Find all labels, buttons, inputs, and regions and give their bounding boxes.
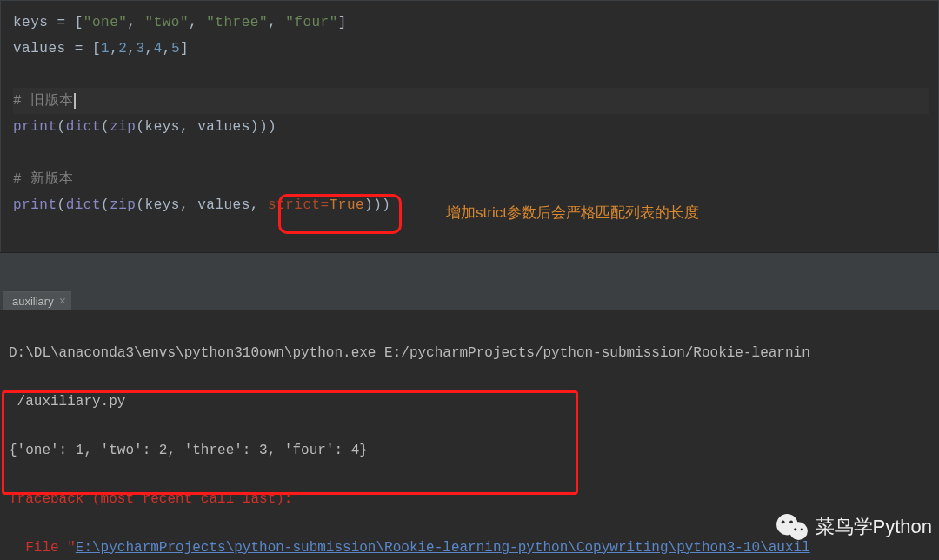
- code-line[interactable]: # 新版本: [13, 166, 929, 192]
- watermark: 菜鸟学Python: [776, 513, 933, 541]
- console-line: /auxiliary.py: [9, 390, 930, 414]
- wechat-icon: [776, 513, 809, 541]
- svg-point-1: [789, 522, 808, 540]
- watermark-text: 菜鸟学Python: [816, 514, 933, 540]
- console-tab-bar: auxiliary ×: [0, 289, 939, 310]
- close-icon[interactable]: ×: [59, 294, 66, 308]
- pane-divider[interactable]: [0, 252, 939, 289]
- console-line: D:\DL\anaconda3\envs\python310own\python…: [9, 341, 930, 365]
- code-line-empty[interactable]: [13, 62, 929, 88]
- variable: keys: [13, 15, 48, 30]
- text-cursor: [74, 93, 76, 109]
- annotation-text: 增加strict参数后会严格匹配列表的长度: [446, 203, 699, 223]
- tab-label: auxiliary: [12, 295, 54, 308]
- code-line[interactable]: # 旧版本: [13, 88, 929, 114]
- code-line-empty[interactable]: [13, 140, 929, 166]
- svg-point-4: [794, 528, 796, 530]
- console-line: {'one': 1, 'two': 2, 'three': 3, 'four':…: [9, 438, 930, 463]
- code-line[interactable]: values = [1,2,3,4,5]: [13, 36, 929, 62]
- file-link[interactable]: E:\pycharmProjects\python-submission\Roo…: [76, 540, 810, 556]
- svg-point-2: [781, 520, 784, 523]
- console-tab[interactable]: auxiliary ×: [3, 291, 71, 310]
- code-line[interactable]: keys = ["one", "two", "three", "four"]: [13, 10, 929, 36]
- svg-point-3: [789, 520, 793, 523]
- code-line[interactable]: print(dict(zip(keys, values))): [13, 114, 929, 140]
- code-editor[interactable]: keys = ["one", "two", "three", "four"] v…: [0, 0, 939, 252]
- svg-point-5: [800, 528, 802, 530]
- traceback-line: Traceback (most recent call last):: [9, 487, 930, 511]
